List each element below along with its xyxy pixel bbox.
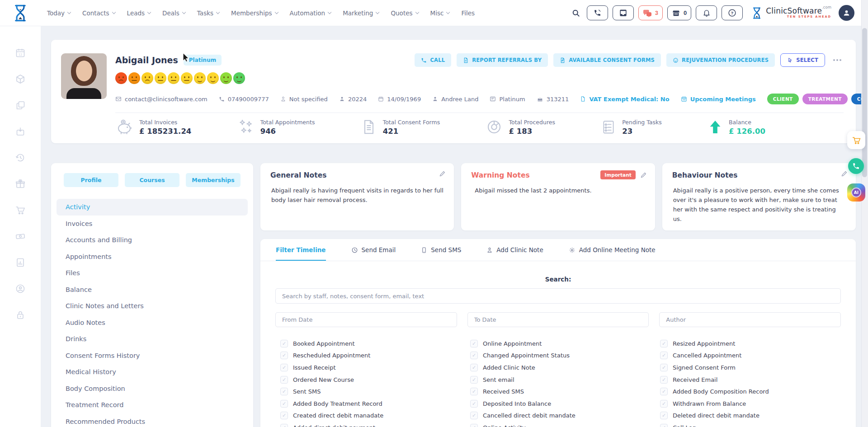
checkbox[interactable]	[470, 352, 478, 359]
checkbox[interactable]	[470, 376, 478, 384]
filter-checkbox-row[interactable]: Sent email	[470, 374, 660, 386]
search-icon[interactable]	[571, 9, 580, 18]
account-icon[interactable]	[15, 283, 26, 294]
menu-item[interactable]: Audio Notes	[57, 314, 248, 331]
tab-filter-timeline[interactable]: Filter Timeline	[276, 239, 326, 261]
filter-checkbox-row[interactable]: Added Body Composition Record	[660, 385, 850, 398]
timeline-search-input[interactable]	[275, 288, 841, 304]
filter-checkbox-row[interactable]: Cancelled Appointment	[660, 350, 850, 362]
scrollbar[interactable]	[861, 0, 868, 427]
filter-checkbox-row[interactable]: Added Body Treatment Record	[280, 398, 470, 410]
tier-badge[interactable]: Platinum	[184, 55, 222, 66]
phone-field[interactable]: 07490009777	[219, 96, 269, 103]
chat-button[interactable]: 3	[638, 5, 663, 20]
filter-checkbox-row[interactable]: Deleted direct debit mandate	[660, 410, 850, 422]
call-button[interactable]: CALL	[415, 53, 451, 67]
filter-checkbox-row[interactable]: Resized Appointment	[660, 338, 850, 350]
report-referrals-button[interactable]: REPORT REFERRALS BY	[457, 53, 548, 67]
checkbox[interactable]	[660, 412, 668, 419]
client-photo[interactable]	[61, 53, 107, 99]
mood-face-icon[interactable]	[168, 72, 179, 84]
menu-item[interactable]: Appointments	[57, 249, 248, 265]
available-consent-forms-button[interactable]: AVAILABLE CONSENT FORMS	[553, 53, 661, 67]
filter-checkbox-row[interactable]: Received SMS	[470, 385, 660, 398]
checkbox[interactable]	[660, 340, 668, 347]
menu-item[interactable]: Invoices	[57, 216, 248, 232]
inbox-button[interactable]	[613, 5, 634, 20]
filter-checkbox-row[interactable]: Received Email	[660, 374, 850, 386]
edit-pencil-icon[interactable]	[439, 170, 446, 177]
filter-checkbox-row[interactable]: Booked Appointment	[280, 338, 470, 350]
menu-item[interactable]: Balance	[57, 282, 248, 298]
floating-ai-button[interactable]: AI	[847, 183, 865, 202]
checkbox[interactable]	[280, 388, 288, 395]
from-date-input[interactable]	[275, 312, 457, 327]
menu-item[interactable]: Clinic Notes and Letters	[57, 298, 248, 314]
menu-item[interactable]: Recommended Products	[57, 413, 248, 427]
clinicsoftware-logo[interactable]: ClinicSoftware.com TEN STEPS AHEAD	[751, 5, 831, 21]
nav-item[interactable]: Tasks	[197, 9, 219, 17]
filter-checkbox-row[interactable]: Call Log	[660, 422, 850, 427]
vat-exempt-link[interactable]: VAT Exempt Medical: No	[580, 96, 669, 103]
mood-face-icon[interactable]	[181, 72, 193, 84]
nav-item-files[interactable]: Files	[461, 9, 475, 17]
nav-item[interactable]: Marketing	[343, 9, 379, 17]
nav-item[interactable]: Contacts	[82, 9, 115, 17]
mood-face-icon[interactable]	[207, 72, 219, 84]
filter-checkbox-row[interactable]: Cancelled direct debit mandate	[470, 410, 660, 422]
mood-face-icon[interactable]	[233, 72, 245, 84]
history-icon[interactable]	[15, 152, 26, 163]
checkbox[interactable]	[660, 376, 668, 384]
filter-checkbox-row[interactable]: Ordered New Course	[280, 374, 470, 386]
menu-item[interactable]: Accounts and Billing	[57, 232, 248, 249]
nav-item[interactable]: Automation	[290, 9, 331, 17]
copy-icon[interactable]	[15, 100, 26, 111]
menu-item[interactable]: Body Composition	[57, 380, 248, 397]
checkbox[interactable]	[660, 400, 668, 408]
scrollbar-thumb[interactable]	[862, 28, 867, 177]
more-options-icon[interactable]	[833, 58, 842, 62]
filter-checkbox-row[interactable]: Deposited Into Balance	[470, 398, 660, 410]
money-icon[interactable]	[15, 231, 26, 242]
tab-add-clinic-note[interactable]: Add Clinic Note	[486, 239, 543, 261]
mood-face-icon[interactable]	[220, 72, 232, 84]
filter-checkbox-row[interactable]: Rescheduled Appointment	[280, 350, 470, 362]
select-button[interactable]: SELECT	[780, 53, 825, 67]
order-in-icon[interactable]	[15, 126, 26, 137]
checkbox[interactable]	[280, 364, 288, 371]
checkbox[interactable]	[470, 340, 478, 347]
email-field[interactable]: contact@clinicsoftware.com	[115, 96, 208, 103]
checkbox[interactable]	[470, 412, 478, 419]
filter-checkbox-row[interactable]: Online Appointment	[470, 338, 660, 350]
rejuvenation-procedures-button[interactable]: REJUVENATION PROCEDURES	[666, 53, 775, 67]
profile-tab[interactable]: Memberships	[186, 173, 241, 187]
notifications-button[interactable]	[696, 5, 717, 20]
lock-icon[interactable]	[15, 310, 26, 320]
help-button[interactable]: ?	[722, 5, 743, 20]
nav-item[interactable]: Memberships	[231, 9, 278, 17]
checkbox[interactable]	[280, 352, 288, 359]
checkbox[interactable]	[280, 424, 288, 427]
filter-checkbox-row[interactable]: Issued Receipt	[280, 361, 470, 374]
label-pill[interactable]: TREATMENT	[802, 94, 848, 104]
gift-icon[interactable]	[15, 178, 26, 189]
menu-item-activity[interactable]: Activity	[57, 199, 248, 216]
nav-item[interactable]: Today	[47, 9, 71, 17]
checkbox[interactable]	[660, 364, 668, 371]
menu-item[interactable]: Treatment Record	[57, 397, 248, 413]
nav-item[interactable]: Quotes	[391, 9, 418, 17]
filter-checkbox-row[interactable]: Changed Appointment Status	[470, 350, 660, 362]
filter-checkbox-row[interactable]: Added Clinic Note	[470, 361, 660, 374]
checkbox[interactable]	[280, 376, 288, 384]
filter-checkbox-row[interactable]: Online Activity	[470, 422, 660, 427]
cart-icon[interactable]	[15, 205, 26, 216]
nav-item[interactable]: Misc	[430, 9, 450, 17]
checkbox[interactable]	[660, 388, 668, 395]
mood-face-icon[interactable]	[128, 72, 140, 84]
filter-checkbox-row[interactable]: Created direct debit manadate	[280, 410, 470, 422]
filter-checkbox-row[interactable]: Added direct debit payment	[280, 422, 470, 427]
report-icon[interactable]	[15, 257, 26, 268]
edit-pencil-icon[interactable]	[841, 170, 848, 177]
floating-phone-button[interactable]	[848, 158, 864, 174]
checkbox[interactable]	[660, 424, 668, 427]
